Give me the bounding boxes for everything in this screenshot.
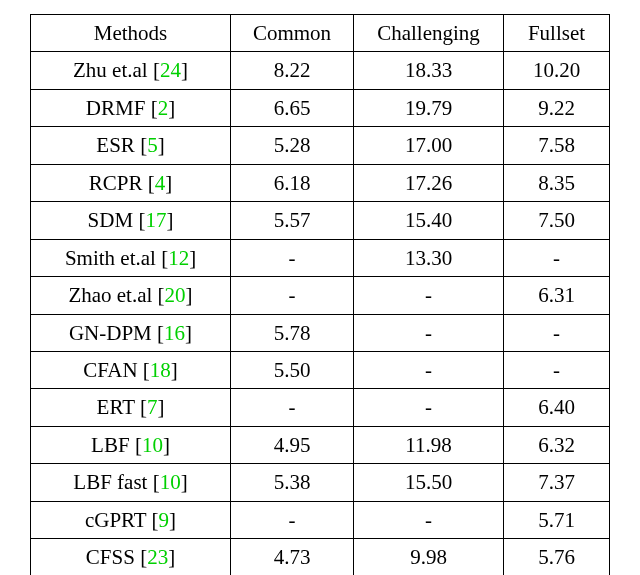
method-name: LBF fast bbox=[73, 470, 147, 494]
citation-link[interactable]: 9 bbox=[159, 508, 170, 532]
fullset-cell: 7.58 bbox=[504, 127, 610, 164]
method-name: cGPRT bbox=[85, 508, 146, 532]
challenging-cell: 15.40 bbox=[354, 202, 504, 239]
col-fullset: Fullset bbox=[504, 15, 610, 52]
fullset-cell: 6.31 bbox=[504, 277, 610, 314]
citation-link[interactable]: 20 bbox=[165, 283, 186, 307]
challenging-cell: 17.00 bbox=[354, 127, 504, 164]
method-cell: Zhu et.al [24] bbox=[31, 52, 231, 89]
method-cell: RCPR [4] bbox=[31, 164, 231, 201]
common-cell: 5.57 bbox=[231, 202, 354, 239]
common-cell: - bbox=[231, 239, 354, 276]
method-name: RCPR bbox=[89, 171, 143, 195]
table-row: GN-DPM [16]5.78-- bbox=[31, 314, 610, 351]
fullset-cell: 5.76 bbox=[504, 539, 610, 575]
challenging-cell: 17.26 bbox=[354, 164, 504, 201]
method-name: ESR bbox=[96, 133, 135, 157]
common-cell: 5.28 bbox=[231, 127, 354, 164]
fullset-cell: - bbox=[504, 314, 610, 351]
common-cell: 6.18 bbox=[231, 164, 354, 201]
citation-link[interactable]: 2 bbox=[158, 96, 169, 120]
method-cell: ESR [5] bbox=[31, 127, 231, 164]
citation-link[interactable]: 18 bbox=[150, 358, 171, 382]
fullset-cell: 7.37 bbox=[504, 464, 610, 501]
method-name: CFSS bbox=[86, 545, 135, 569]
challenging-cell: 19.79 bbox=[354, 89, 504, 126]
common-cell: 5.38 bbox=[231, 464, 354, 501]
table-row: CFSS [23]4.739.985.76 bbox=[31, 539, 610, 575]
table-row: Zhao et.al [20]--6.31 bbox=[31, 277, 610, 314]
table-row: CFAN [18]5.50-- bbox=[31, 351, 610, 388]
challenging-cell: - bbox=[354, 351, 504, 388]
method-name: LBF bbox=[91, 433, 130, 457]
results-table: Methods Common Challenging Fullset Zhu e… bbox=[30, 14, 610, 575]
table-row: LBF [10]4.9511.986.32 bbox=[31, 426, 610, 463]
fullset-cell: 9.22 bbox=[504, 89, 610, 126]
fullset-cell: 6.32 bbox=[504, 426, 610, 463]
table-row: LBF fast [10]5.3815.507.37 bbox=[31, 464, 610, 501]
citation-link[interactable]: 5 bbox=[147, 133, 158, 157]
method-name: Smith et.al bbox=[65, 246, 156, 270]
method-cell: cGPRT [9] bbox=[31, 501, 231, 538]
method-name: CFAN bbox=[83, 358, 137, 382]
citation-link[interactable]: 10 bbox=[142, 433, 163, 457]
challenging-cell: 15.50 bbox=[354, 464, 504, 501]
table-row: DRMF [2]6.6519.799.22 bbox=[31, 89, 610, 126]
fullset-cell: 8.35 bbox=[504, 164, 610, 201]
fullset-cell: - bbox=[504, 239, 610, 276]
table-row: ESR [5]5.2817.007.58 bbox=[31, 127, 610, 164]
method-cell: CFAN [18] bbox=[31, 351, 231, 388]
fullset-cell: 7.50 bbox=[504, 202, 610, 239]
challenging-cell: - bbox=[354, 277, 504, 314]
common-cell: - bbox=[231, 277, 354, 314]
common-cell: 5.78 bbox=[231, 314, 354, 351]
challenging-cell: 11.98 bbox=[354, 426, 504, 463]
common-cell: 4.73 bbox=[231, 539, 354, 575]
common-cell: - bbox=[231, 501, 354, 538]
challenging-cell: - bbox=[354, 501, 504, 538]
table-row: RCPR [4]6.1817.268.35 bbox=[31, 164, 610, 201]
method-cell: SDM [17] bbox=[31, 202, 231, 239]
common-cell: 5.50 bbox=[231, 351, 354, 388]
challenging-cell: 18.33 bbox=[354, 52, 504, 89]
citation-link[interactable]: 12 bbox=[168, 246, 189, 270]
table-row: Zhu et.al [24]8.2218.3310.20 bbox=[31, 52, 610, 89]
fullset-cell: - bbox=[504, 351, 610, 388]
method-cell: LBF fast [10] bbox=[31, 464, 231, 501]
common-cell: 4.95 bbox=[231, 426, 354, 463]
method-cell: GN-DPM [16] bbox=[31, 314, 231, 351]
challenging-cell: - bbox=[354, 389, 504, 426]
common-cell: 8.22 bbox=[231, 52, 354, 89]
citation-link[interactable]: 16 bbox=[164, 321, 185, 345]
challenging-cell: - bbox=[354, 314, 504, 351]
method-cell: CFSS [23] bbox=[31, 539, 231, 575]
table-row: SDM [17]5.5715.407.50 bbox=[31, 202, 610, 239]
fullset-cell: 5.71 bbox=[504, 501, 610, 538]
method-name: GN-DPM bbox=[69, 321, 152, 345]
method-name: SDM bbox=[88, 208, 134, 232]
fullset-cell: 10.20 bbox=[504, 52, 610, 89]
col-common: Common bbox=[231, 15, 354, 52]
method-cell: ERT [7] bbox=[31, 389, 231, 426]
challenging-cell: 9.98 bbox=[354, 539, 504, 575]
method-name: Zhu et.al bbox=[73, 58, 148, 82]
method-cell: LBF [10] bbox=[31, 426, 231, 463]
table-row: ERT [7]--6.40 bbox=[31, 389, 610, 426]
table-row: cGPRT [9]--5.71 bbox=[31, 501, 610, 538]
col-challenging: Challenging bbox=[354, 15, 504, 52]
fullset-cell: 6.40 bbox=[504, 389, 610, 426]
method-cell: Smith et.al [12] bbox=[31, 239, 231, 276]
method-cell: DRMF [2] bbox=[31, 89, 231, 126]
challenging-cell: 13.30 bbox=[354, 239, 504, 276]
citation-link[interactable]: 23 bbox=[147, 545, 168, 569]
citation-link[interactable]: 7 bbox=[147, 395, 158, 419]
citation-link[interactable]: 10 bbox=[160, 470, 181, 494]
common-cell: 6.65 bbox=[231, 89, 354, 126]
method-name: Zhao et.al bbox=[68, 283, 152, 307]
citation-link[interactable]: 17 bbox=[145, 208, 166, 232]
table-row: Smith et.al [12]-13.30- bbox=[31, 239, 610, 276]
method-cell: Zhao et.al [20] bbox=[31, 277, 231, 314]
method-name: ERT bbox=[97, 395, 135, 419]
citation-link[interactable]: 4 bbox=[155, 171, 166, 195]
citation-link[interactable]: 24 bbox=[160, 58, 181, 82]
